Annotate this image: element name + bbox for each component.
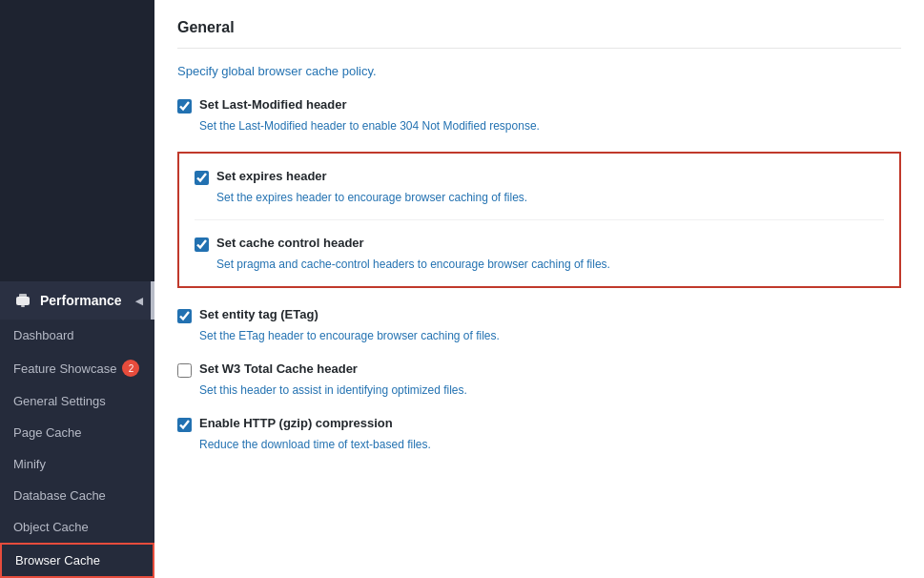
option-row-last-modified: Set Last-Modified header	[177, 97, 901, 114]
option-row-entity-tag: Set entity tag (ETag)	[177, 307, 901, 323]
svg-rect-1	[19, 294, 27, 298]
option-label-w3-total-cache: Set W3 Total Cache header	[199, 361, 358, 376]
option-last-modified: Set Last-Modified header Set the Last-Mo…	[177, 97, 901, 133]
sidebar-top	[0, 0, 154, 281]
checkbox-last-modified[interactable]	[177, 99, 192, 114]
sidebar-item-object-cache[interactable]: Object Cache	[0, 511, 154, 543]
option-desc-http-gzip: Reduce the download time of text-based f…	[199, 438, 901, 451]
sidebar-item-label: Database Cache	[13, 488, 106, 503]
sidebar-item-label: Minify	[13, 457, 46, 471]
option-row-w3-total-cache: Set W3 Total Cache header	[177, 361, 901, 378]
checkbox-w3-total-cache[interactable]	[177, 363, 192, 378]
option-label-http-gzip: Enable HTTP (gzip) compression	[199, 416, 393, 430]
option-expires-header: Set expires header Set the expires heade…	[195, 169, 884, 204]
sidebar-item-label: Dashboard	[13, 328, 74, 342]
sidebar-item-minify[interactable]: Minify	[0, 448, 154, 480]
checkbox-http-gzip[interactable]	[177, 418, 192, 432]
svg-rect-0	[16, 297, 30, 305]
sidebar-item-label: General Settings	[13, 394, 106, 408]
option-entity-tag: Set entity tag (ETag) Set the ETag heade…	[177, 307, 901, 342]
sidebar-item-label: Feature Showcase	[13, 361, 116, 376]
svg-rect-2	[21, 305, 25, 307]
option-desc-expires: Set the expires header to encourage brow…	[216, 191, 884, 204]
option-row-http-gzip: Enable HTTP (gzip) compression	[177, 416, 901, 432]
option-row-expires: Set expires header	[195, 169, 884, 185]
option-label-entity-tag: Set entity tag (ETag)	[199, 307, 318, 321]
divider	[195, 219, 884, 220]
performance-label: Performance	[40, 293, 122, 308]
option-label-last-modified: Set Last-Modified header	[199, 97, 347, 112]
sidebar: Performance ◀ Dashboard Feature Showcase…	[0, 0, 154, 578]
sidebar-performance[interactable]: Performance ◀	[0, 281, 154, 320]
section-title: General	[177, 19, 901, 49]
option-desc-w3-total-cache: Set this header to assist in identifying…	[199, 383, 901, 397]
checkbox-expires-header[interactable]	[195, 171, 209, 185]
main-content: General Specify global browser cache pol…	[154, 0, 924, 578]
section-description: Specify global browser cache policy.	[177, 64, 901, 78]
sidebar-item-label: Object Cache	[13, 520, 89, 534]
option-w3-total-cache: Set W3 Total Cache header Set this heade…	[177, 361, 901, 397]
option-cache-control: Set cache control header Set pragma and …	[195, 236, 884, 271]
option-http-gzip: Enable HTTP (gzip) compression Reduce th…	[177, 416, 901, 451]
performance-icon	[13, 291, 32, 310]
option-row-cache-control: Set cache control header	[195, 236, 884, 252]
option-desc-cache-control: Set pragma and cache-control headers to …	[216, 258, 884, 271]
sidebar-item-dashboard[interactable]: Dashboard	[0, 320, 154, 351]
sidebar-item-feature-showcase[interactable]: Feature Showcase 2	[0, 351, 154, 385]
option-desc-entity-tag: Set the ETag header to encourage browser…	[199, 329, 901, 342]
sidebar-item-browser-cache[interactable]: Browser Cache	[0, 543, 154, 578]
sidebar-item-label: Browser Cache	[15, 553, 100, 568]
sidebar-item-database-cache[interactable]: Database Cache	[0, 480, 154, 511]
sidebar-submenu: Dashboard Feature Showcase 2 General Set…	[0, 320, 154, 578]
feature-showcase-badge: 2	[122, 360, 139, 377]
sidebar-item-label: Page Cache	[13, 425, 82, 440]
highlighted-options-box: Set expires header Set the expires heade…	[177, 152, 901, 288]
option-label-expires: Set expires header	[216, 169, 327, 183]
sidebar-item-general-settings[interactable]: General Settings	[0, 385, 154, 417]
checkbox-entity-tag[interactable]	[177, 309, 192, 323]
option-desc-last-modified: Set the Last-Modified header to enable 3…	[199, 119, 901, 133]
performance-arrow: ◀	[135, 296, 143, 306]
checkbox-cache-control[interactable]	[195, 237, 209, 252]
sidebar-item-page-cache[interactable]: Page Cache	[0, 417, 154, 448]
option-label-cache-control: Set cache control header	[216, 236, 364, 250]
